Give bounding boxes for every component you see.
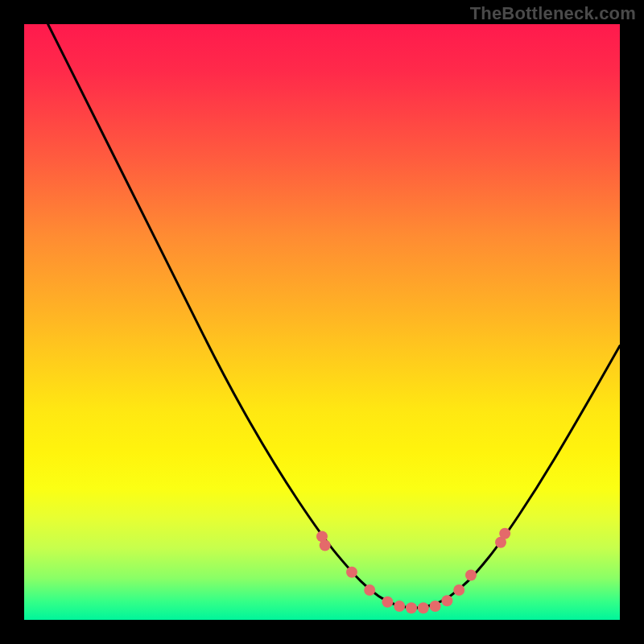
highlight-dot — [430, 601, 441, 612]
highlight-dot — [346, 567, 357, 578]
highlight-dot — [320, 540, 331, 551]
highlight-dot — [441, 595, 452, 606]
highlight-dot — [364, 584, 375, 596]
chart-frame: TheBottleneck.com — [0, 0, 644, 644]
plot-area — [24, 24, 620, 620]
highlight-dots-group — [316, 528, 510, 614]
highlight-dot — [382, 597, 393, 608]
highlight-dot — [453, 584, 464, 596]
bottleneck-curve — [48, 24, 620, 608]
highlight-dot — [465, 570, 477, 581]
highlight-dot — [499, 528, 510, 539]
chart-svg — [24, 24, 620, 620]
highlight-dot — [394, 601, 405, 612]
highlight-dot — [406, 602, 417, 613]
highlight-dot — [418, 602, 429, 613]
watermark-text: TheBottleneck.com — [470, 3, 636, 24]
